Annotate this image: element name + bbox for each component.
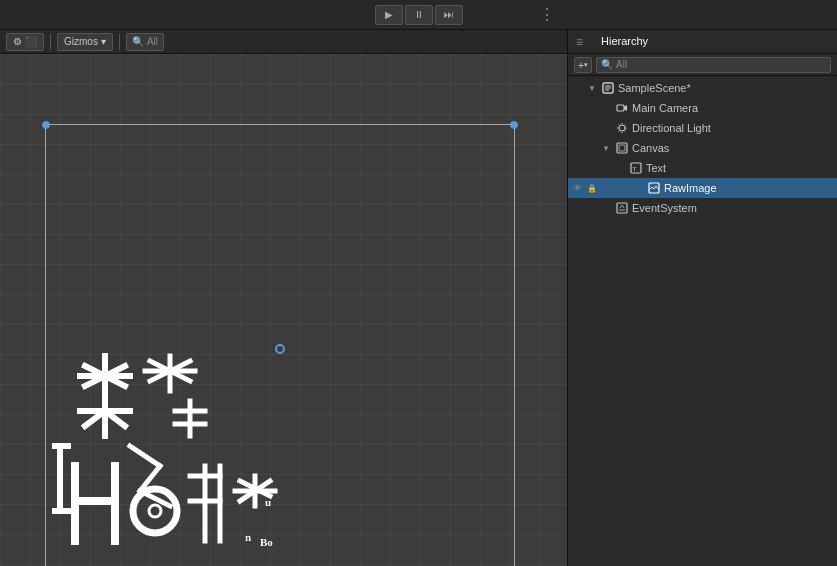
hierarchy-item-eventsystem[interactable]: EventSystem [568, 198, 837, 218]
more-options-button[interactable]: ⋮ [537, 5, 557, 25]
hierarchy-tree: SampleScene* Main Camera Directional Lig… [568, 76, 837, 566]
item-label: Text [646, 162, 833, 174]
search-placeholder: All [147, 36, 158, 47]
canvas-object-icon [615, 141, 629, 155]
hierarchy-item-samplescene[interactable]: SampleScene* [568, 78, 837, 98]
expand-arrow-icon [586, 82, 598, 94]
play-button[interactable]: ▶ [375, 5, 403, 25]
item-label: SampleScene* [618, 82, 833, 94]
top-toolbar: ▶ ⏸ ⏭ ⋮ [0, 0, 837, 30]
scene-icon [601, 81, 615, 95]
light-object-icon [615, 121, 629, 135]
item-label: Main Camera [632, 102, 833, 114]
hierarchy-item-text[interactable]: T Text [568, 158, 837, 178]
expand-arrow-icon [600, 142, 612, 154]
scene-canvas[interactable]: n Bo u [0, 54, 567, 566]
handle-top-left[interactable] [42, 121, 50, 129]
scene-symbols: n Bo u [50, 346, 290, 546]
camera-object-icon [615, 101, 629, 115]
gizmos-label: Gizmos [64, 36, 98, 47]
step-button[interactable]: ⏭ [435, 5, 463, 25]
item-label: Canvas [632, 142, 833, 154]
item-visibility-icons: 👁 🔒 [570, 181, 599, 195]
item-label: RawImage [664, 182, 833, 194]
main-content: ⚙ ⬛ Gizmos ▾ 🔍 All [0, 30, 837, 566]
svg-line-20 [130, 446, 160, 466]
svg-rect-40 [617, 143, 627, 153]
chevron-down-icon: ▾ [101, 36, 106, 47]
hierarchy-panel: ≡ Hierarchy + ▾ 🔍 All SampleScene* [567, 30, 837, 566]
gizmos-button[interactable]: Gizmos ▾ [57, 33, 113, 51]
camera-icon: ⬛ [25, 36, 37, 47]
hierarchy-item-canvas[interactable]: Canvas [568, 138, 837, 158]
hierarchy-item-directionallight[interactable]: Directional Light [568, 118, 837, 138]
eye-icon[interactable]: 👁 [570, 181, 584, 195]
add-object-button[interactable]: + ▾ [574, 57, 592, 73]
rawimage-object-icon [647, 181, 661, 195]
svg-point-39 [619, 125, 625, 131]
scene-search[interactable]: 🔍 All [126, 33, 164, 51]
item-label: Directional Light [632, 122, 833, 134]
svg-point-14 [133, 489, 177, 533]
hierarchy-item-maincamera[interactable]: Main Camera [568, 98, 837, 118]
svg-text:Bo: Bo [260, 536, 273, 546]
eventsystem-object-icon [615, 201, 629, 215]
text-object-icon: T [629, 161, 643, 175]
separator2 [119, 34, 120, 50]
svg-rect-38 [617, 105, 624, 111]
tools-button[interactable]: ⚙ ⬛ [6, 33, 44, 51]
scene-view: ⚙ ⬛ Gizmos ▾ 🔍 All [0, 30, 567, 566]
search-icon: 🔍 [601, 59, 613, 70]
search-placeholder-text: All [616, 59, 627, 70]
svg-text:u: u [265, 496, 271, 508]
panel-menu-icon[interactable]: ≡ [576, 35, 583, 49]
item-label: EventSystem [632, 202, 833, 214]
scene-toolbar: ⚙ ⬛ Gizmos ▾ 🔍 All [0, 30, 567, 54]
panel-header: ≡ Hierarchy [568, 30, 837, 54]
svg-text:n: n [245, 531, 251, 543]
hierarchy-item-rawimage[interactable]: 👁 🔒 RawImage [568, 178, 837, 198]
handle-top-right[interactable] [510, 121, 518, 129]
pause-button[interactable]: ⏸ [405, 5, 433, 25]
lock-icon[interactable]: 🔒 [585, 181, 599, 195]
gear-icon: ⚙ [13, 36, 22, 47]
svg-rect-41 [619, 145, 625, 151]
hierarchy-search[interactable]: 🔍 All [596, 57, 831, 73]
dropdown-arrow-icon: ▾ [584, 61, 588, 69]
separator [50, 34, 51, 50]
svg-text:T: T [633, 165, 638, 173]
svg-point-15 [149, 505, 161, 517]
hierarchy-tab[interactable]: Hierarchy [593, 33, 656, 51]
play-controls: ▶ ⏸ ⏭ [375, 5, 463, 25]
search-icon: 🔍 [132, 36, 144, 47]
hierarchy-toolbar: + ▾ 🔍 All [568, 54, 837, 76]
